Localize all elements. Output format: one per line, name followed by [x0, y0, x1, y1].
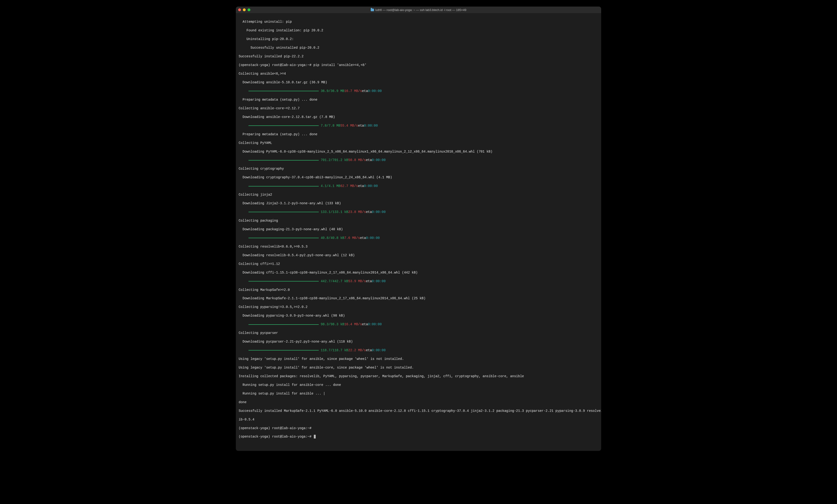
output-line: Running setup.py install for ansible-cor… — [239, 383, 598, 387]
progress-eta-label: eta — [360, 236, 366, 240]
shell-prompt: (openstack-yoga) root@lab-aio-yoga:~# — [239, 63, 313, 67]
progress-bar-icon — [248, 186, 319, 186]
progress-size: 4.1/4.1 MB — [321, 184, 340, 188]
output-line: Downloading resolvelib-0.5.4-py2.py3-non… — [239, 253, 598, 257]
progress-bar-icon — [248, 350, 319, 351]
output-line: Using legacy 'setup.py install' for ansi… — [239, 357, 598, 361]
progress-eta: 0:00:00 — [372, 279, 386, 283]
progress-bar-line: 36.9/36.9 MB 16.7 MB/s eta 0:00:00 — [239, 89, 598, 93]
progress-speed: 53.9 MB/s — [348, 279, 366, 283]
output-line: Downloading ansible-5.10.0.tar.gz (36.9 … — [239, 80, 598, 85]
progress-speed: 7.6 MB/s — [344, 236, 360, 240]
output-line: Collecting ansible<6,>=4 — [239, 72, 598, 76]
output-line: Downloading cffi-1.15.1-cp38-cp38-manyli… — [239, 270, 598, 275]
progress-eta: 0:00:00 — [372, 210, 386, 214]
output-line: Preparing metadata (setup.py) ... done — [239, 97, 598, 102]
progress-bar-line: 7.8/7.8 MB 55.4 MB/s eta 0:00:00 — [239, 124, 598, 128]
window-title: luthfi — root@lab-aio-yoga: ~ — ssh lab3… — [236, 8, 601, 12]
progress-bar-icon — [248, 324, 319, 325]
folder-icon — [371, 9, 374, 11]
traffic-lights — [238, 8, 250, 11]
output-line: Downloading cryptography-37.0.4-cp36-abi… — [239, 175, 598, 180]
progress-bar-icon — [248, 91, 319, 91]
output-line: Downloading packaging-21.3-py3-none-any.… — [239, 227, 598, 231]
progress-bar-line: 133.1/133.1 kB 23.8 MB/s eta 0:00:00 — [239, 210, 598, 214]
shell-command: pip install 'ansible>=4,<6' — [313, 63, 367, 67]
progress-speed: 50.8 MB/s — [348, 158, 366, 162]
progress-eta-label: eta — [366, 348, 372, 352]
output-line: Collecting MarkupSafe>=2.0 — [239, 288, 598, 292]
output-line: Collecting resolvelib<0.6.0,>=0.5.3 — [239, 244, 598, 249]
output-line: Collecting ansible-core~=2.12.7 — [239, 106, 598, 110]
progress-speed: 62.7 MB/s — [340, 184, 358, 188]
shell-prompt: (openstack-yoga) root@lab-aio-yoga:~# — [239, 435, 313, 438]
progress-bar-line: 701.2/701.2 kB 50.8 MB/s eta 0:00:00 — [239, 158, 598, 162]
progress-speed: 55.4 MB/s — [340, 124, 358, 128]
output-line: Attempting uninstall: pip — [239, 20, 598, 24]
desktop: luthfi — root@lab-aio-yoga: ~ — ssh lab3… — [0, 0, 837, 504]
progress-speed: 16.4 MB/s — [344, 322, 362, 326]
progress-size: 118.7/118.7 kB — [321, 348, 348, 352]
progress-size: 7.8/7.8 MB — [321, 124, 340, 128]
progress-eta: 0:00:00 — [366, 236, 380, 240]
output-line: Collecting cffi>=1.12 — [239, 262, 598, 266]
progress-bar-icon — [248, 212, 319, 212]
output-line: Uninstalling pip-20.0.2: — [239, 37, 598, 41]
output-line: Downloading PyYAML-6.0-cp38-cp38-manylin… — [239, 150, 598, 154]
output-line: Downloading pycparser-2.21-py2.py3-none-… — [239, 339, 598, 344]
progress-eta-label: eta — [358, 184, 364, 188]
output-line: Successfully uninstalled pip-20.0.2 — [239, 45, 598, 50]
progress-eta: 0:00:00 — [368, 89, 382, 93]
prompt-line: (openstack-yoga) root@lab-aio-yoga:~# — [239, 426, 598, 430]
progress-bar-line: 40.8/40.8 kB 7.6 MB/s eta 0:00:00 — [239, 236, 598, 240]
progress-bar-line: 118.7/118.7 kB 22.2 MB/s eta 0:00:00 — [239, 348, 598, 352]
progress-eta: 0:00:00 — [364, 184, 378, 188]
progress-bar-icon — [248, 238, 319, 238]
progress-eta-label: eta — [366, 210, 372, 214]
progress-size: 40.8/40.8 kB — [321, 236, 344, 240]
output-line: Found existing installation: pip 20.0.2 — [239, 28, 598, 33]
window-titlebar[interactable]: luthfi — root@lab-aio-yoga: ~ — ssh lab3… — [236, 6, 601, 13]
terminal-output[interactable]: Attempting uninstall: pip Found existing… — [236, 13, 601, 451]
progress-bar-icon — [248, 281, 319, 281]
output-line: Preparing metadata (setup.py) ... done — [239, 132, 598, 136]
output-line: Collecting pyparsing!=3.0.5,>=2.0.2 — [239, 305, 598, 309]
progress-eta: 0:00:00 — [372, 348, 386, 352]
progress-bar-icon — [248, 160, 319, 161]
progress-speed: 23.8 MB/s — [348, 210, 366, 214]
output-line: Downloading MarkupSafe-2.1.1-cp38-cp38-m… — [239, 296, 598, 300]
minimize-window-button[interactable] — [243, 8, 246, 11]
prompt-line[interactable]: (openstack-yoga) root@lab-aio-yoga:~# — [239, 434, 598, 439]
output-line: Collecting PyYAML — [239, 141, 598, 145]
output-line: Successfully installed pip-22.2.2 — [239, 54, 598, 58]
progress-size: 442.7/442.7 kB — [321, 279, 348, 283]
output-line: Downloading ansible-core-2.12.8.tar.gz (… — [239, 115, 598, 119]
close-window-button[interactable] — [238, 8, 241, 11]
maximize-window-button[interactable] — [248, 8, 250, 11]
progress-bar-line: 4.1/4.1 MB 62.7 MB/s eta 0:00:00 — [239, 184, 598, 188]
progress-speed: 22.2 MB/s — [348, 348, 366, 352]
prompt-line: (openstack-yoga) root@lab-aio-yoga:~# pi… — [239, 63, 598, 67]
progress-eta-label: eta — [362, 322, 368, 326]
progress-eta: 0:00:00 — [372, 158, 386, 162]
progress-eta-label: eta — [358, 124, 364, 128]
window-title-text: luthfi — root@lab-aio-yoga: ~ — ssh lab3… — [375, 8, 466, 12]
output-line: Collecting packaging — [239, 219, 598, 223]
progress-eta: 0:00:00 — [364, 124, 378, 128]
progress-eta-label: eta — [366, 158, 372, 162]
output-line: done — [239, 400, 598, 404]
progress-eta-label: eta — [362, 89, 368, 93]
output-line: Downloading pyparsing-3.0.9-py3-none-any… — [239, 314, 598, 318]
output-line: Downloading Jinja2-3.1.2-py3-none-any.wh… — [239, 201, 598, 205]
terminal-cursor-icon — [314, 435, 316, 438]
output-line: Collecting pycparser — [239, 331, 598, 335]
progress-eta-label: eta — [366, 279, 372, 283]
output-line: ib-0.5.4 — [239, 417, 598, 422]
progress-size: 133.1/133.1 kB — [321, 210, 348, 214]
progress-bar-icon — [248, 126, 319, 126]
terminal-window: luthfi — root@lab-aio-yoga: ~ — ssh lab3… — [236, 6, 601, 451]
progress-size: 36.9/36.9 MB — [321, 89, 344, 93]
progress-bar-line: 98.3/98.3 kB 16.4 MB/s eta 0:00:00 — [239, 322, 598, 326]
progress-speed: 16.7 MB/s — [344, 89, 362, 93]
output-line: Collecting jinja2 — [239, 192, 598, 197]
